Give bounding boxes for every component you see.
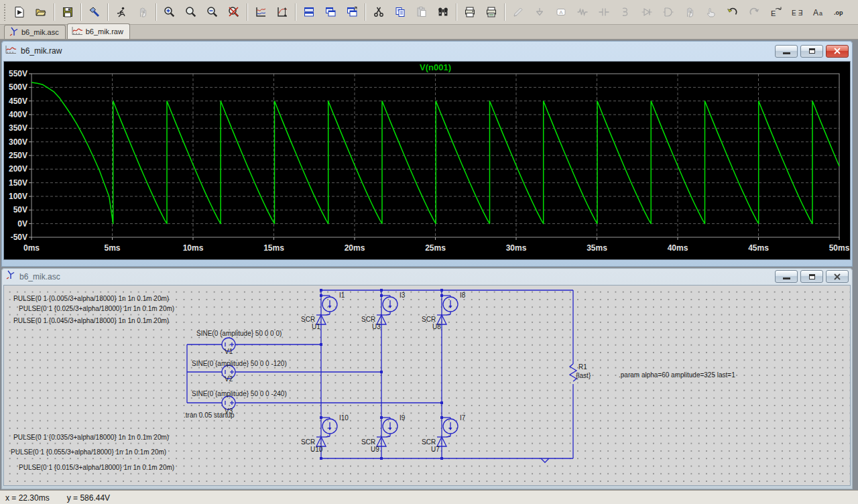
toolbar-button-halt xyxy=(132,1,154,23)
toolbar-button-run[interactable] xyxy=(111,1,132,23)
toolbar-button-control-panel[interactable] xyxy=(84,1,105,23)
waveform-trace xyxy=(32,82,839,224)
gate-source-designator: I7 xyxy=(460,414,465,422)
ground-icon xyxy=(534,6,546,18)
toolbar-button-autorange-y-axis[interactable] xyxy=(250,1,271,23)
schematic-window: b6_mik.asc PULSE(0 1 {0.005/3+alpha/1800… xyxy=(1,268,853,489)
waveform-window-titlebar[interactable]: b6_mik.raw xyxy=(3,41,851,61)
toolbar-button-diode xyxy=(636,1,658,23)
plot-settings-icon xyxy=(276,6,288,18)
toolbar-button-spice-directive[interactable]: .op xyxy=(829,1,851,23)
close-icon xyxy=(834,273,841,280)
schematic-window-title: b6_mik.asc xyxy=(19,272,60,281)
close-button[interactable] xyxy=(826,270,849,283)
toolbar-button-cascade-windows[interactable] xyxy=(341,1,363,23)
svg-text:.op: .op xyxy=(834,9,843,16)
capacitor-icon xyxy=(598,6,610,18)
close-icon xyxy=(834,48,841,54)
restore-icon xyxy=(809,274,815,279)
zoom-extents-icon xyxy=(185,6,197,18)
toolbar-button-zoom-reset[interactable] xyxy=(223,1,245,23)
toolbar-button-resistor xyxy=(572,1,593,23)
toolbar-separator xyxy=(247,3,248,21)
cascade-windows-icon xyxy=(346,6,358,18)
toolbar-button-tile-vertical[interactable] xyxy=(320,1,341,23)
toolbar-separator xyxy=(295,3,296,21)
x-axis-tick-label: 50ms xyxy=(829,243,850,253)
toolbar-button-find[interactable] xyxy=(432,1,454,23)
tab-label: b6_mik.asc xyxy=(21,28,59,36)
minimize-icon xyxy=(783,52,790,54)
x-axis-tick-label: 10ms xyxy=(183,243,204,253)
toolbar-button-paste xyxy=(411,1,432,23)
toolbar-button-zoom-out[interactable] xyxy=(202,1,223,23)
y-axis-tick-label: 500V xyxy=(9,82,27,92)
y-axis-tick-label: 450V xyxy=(9,97,27,106)
scr-designator: U7 xyxy=(431,446,440,453)
mdi-workspace: b6_mik.raw 550V500V450V400V350V300V250V2… xyxy=(0,40,858,490)
toolbar-button-tile-horizontal[interactable] xyxy=(298,1,320,23)
undo-icon xyxy=(727,6,739,18)
toolbar-button-new-schematic[interactable] xyxy=(9,1,30,23)
minimize-button[interactable] xyxy=(775,270,798,283)
scr-type-label: SCR xyxy=(361,438,375,446)
gate-source-designator: I9 xyxy=(400,414,405,422)
restore-icon xyxy=(809,48,815,54)
svg-text:E: E xyxy=(798,9,803,17)
schematic-window-titlebar[interactable]: b6_mik.asc xyxy=(3,268,851,285)
drag-icon xyxy=(705,6,717,18)
toolbar-button-drag xyxy=(700,1,722,23)
redo-icon xyxy=(748,6,760,18)
source-designator: V1 xyxy=(225,348,233,355)
spice-directive-text: PULSE(0 1 {0.055/3+alpha/18000} 1n 1n 0.… xyxy=(11,448,166,456)
restore-button[interactable] xyxy=(800,45,823,58)
toolbar-separator xyxy=(156,3,157,21)
toolbar-separator xyxy=(365,3,366,21)
schematic-canvas[interactable]: PULSE(0 1 {0.005/3+alpha/18000} 1n 1n 0.… xyxy=(3,285,851,486)
toolbar-button-ground xyxy=(529,1,550,23)
cut-icon xyxy=(373,6,385,18)
diode-icon xyxy=(641,6,653,18)
toolbar-button-capacitor xyxy=(593,1,615,23)
tile-vertical-icon xyxy=(324,6,336,18)
spice-directive-text: PULSE(0 1 {0.015/3+alpha/18000} 1n 1n 0.… xyxy=(19,464,174,471)
x-axis-tick-label: 40ms xyxy=(668,243,688,253)
toolbar-button-mirror[interactable]: EE xyxy=(786,1,808,23)
toolbar-button-zoom-extents[interactable] xyxy=(180,1,202,23)
toolbar-button-save[interactable] xyxy=(57,1,78,23)
scr-designator: U1 xyxy=(312,323,320,330)
toolbar-button-open-file[interactable] xyxy=(30,1,52,23)
zoom-in-icon xyxy=(164,6,176,18)
minimize-button[interactable] xyxy=(775,45,798,58)
new-schematic-icon xyxy=(13,6,25,18)
toolbar-button-zoom-in[interactable] xyxy=(159,1,180,23)
svg-text:A: A xyxy=(813,8,818,17)
waveform-icon xyxy=(5,45,17,57)
toolbar-button-cut[interactable] xyxy=(368,1,389,23)
waveform-plot-pane[interactable]: 550V500V450V400V350V300V250V200V150V100V… xyxy=(3,61,851,260)
plot-title: V(n001) xyxy=(420,62,451,72)
toolbar-button-plot-settings[interactable] xyxy=(271,1,293,23)
toolbar-button-text-tool[interactable]: Aa xyxy=(808,1,829,23)
run-icon xyxy=(115,6,127,18)
toolbar-button-print[interactable] xyxy=(459,1,481,23)
toolbar-button-print-preview[interactable] xyxy=(481,1,502,23)
text-tool-icon: Aa xyxy=(812,6,824,18)
y-axis-tick-label: 350V xyxy=(9,123,27,133)
waveform-icon xyxy=(72,26,83,37)
toolbar-drag-handle[interactable] xyxy=(3,3,7,21)
find-icon xyxy=(437,6,449,18)
waveform-plot[interactable]: 550V500V450V400V350V300V250V200V150V100V… xyxy=(4,62,850,259)
toolbar-button-rotate[interactable]: E xyxy=(765,1,786,23)
gate-source-designator: I1 xyxy=(339,292,345,299)
toolbar-button-copy[interactable] xyxy=(389,1,411,23)
tab-b6_mik-asc[interactable]: b6_mik.asc xyxy=(4,25,66,39)
source-designator: V2 xyxy=(225,375,233,383)
tab-b6_mik-raw[interactable]: b6_mik.raw xyxy=(67,23,130,39)
svg-text:a: a xyxy=(819,10,822,17)
x-axis-tick-label: 30ms xyxy=(506,243,527,253)
svg-text:E: E xyxy=(792,9,796,17)
close-button[interactable] xyxy=(826,45,849,58)
restore-button[interactable] xyxy=(800,270,823,283)
toolbar-button-undo[interactable] xyxy=(722,1,743,23)
